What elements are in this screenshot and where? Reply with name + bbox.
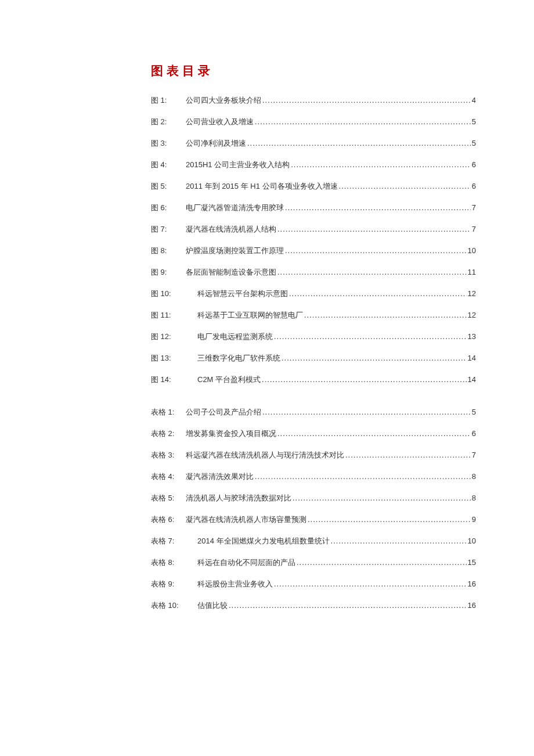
entry-label: 图 8:: [151, 246, 186, 256]
dot-leader: [289, 289, 467, 298]
toc-entry: 图 3:公司净利润及增速5: [151, 138, 476, 149]
toc-entry: 图 11:科远基于工业互联网的智慧电厂12: [151, 310, 476, 321]
dot-leader: [255, 472, 471, 481]
toc-entry: 表格 9:科远股份主营业务收入16: [151, 579, 476, 589]
toc-entry: 表格 5:清洗机器人与胶球清洗数据对比8: [151, 493, 476, 503]
dot-leader: [293, 494, 471, 502]
entry-page: 8: [472, 472, 476, 481]
entry-label: 表格 9:: [151, 579, 186, 589]
toc-entry: 图 12:电厂发电远程监测系统13: [151, 332, 476, 342]
dot-leader: [277, 429, 471, 438]
entry-label: 图 9:: [151, 267, 186, 278]
entry-title: 2015H1 公司主营业务收入结构: [186, 160, 290, 170]
dot-leader: [247, 139, 471, 147]
entry-title: 炉膛温度场测控装置工作原理: [186, 246, 284, 256]
entry-title: 增发募集资金投入项目概况: [186, 429, 276, 439]
entry-label: 表格 7:: [151, 536, 186, 546]
dot-leader: [285, 246, 467, 255]
entry-label: 表格 3:: [151, 450, 186, 460]
section-gap: [151, 396, 476, 407]
entry-page: 14: [468, 354, 476, 362]
toc-entry: 图 4:2015H1 公司主营业务收入结构6: [151, 160, 476, 170]
entry-title: 科远凝汽器在线清洗机器人与现行清洗技术对比: [186, 450, 344, 460]
entry-page: 10: [468, 246, 476, 255]
tables-list: 表格 1:公司子公司及产品介绍5表格 2:增发募集资金投入项目概况6表格 3:科…: [151, 407, 476, 611]
entry-label: 图 13:: [151, 353, 186, 363]
entry-label: 表格 6:: [151, 514, 186, 525]
entry-title: 电厂发电远程监测系统: [186, 332, 273, 342]
dot-leader: [291, 160, 471, 169]
toc-entry: 表格 1:公司子公司及产品介绍5: [151, 407, 476, 417]
entry-title: C2M 平台盈利模式: [186, 375, 261, 385]
entry-label: 图 2:: [151, 117, 186, 127]
dot-leader: [274, 332, 467, 341]
entry-title: 三维数字化电厂软件系统: [186, 353, 280, 363]
entry-label: 表格 1:: [151, 407, 186, 417]
dot-leader: [282, 354, 467, 362]
dot-leader: [262, 96, 471, 105]
entry-title: 公司子公司及产品介绍: [186, 407, 261, 417]
toc-entry: 图 13:三维数字化电厂软件系统14: [151, 353, 476, 363]
dot-leader: [255, 117, 471, 126]
entry-page: 16: [468, 601, 476, 610]
toc-entry: 表格 7:2014 年全国燃煤火力发电机组数量统计10: [151, 536, 476, 546]
toc-entry: 表格 3:科远凝汽器在线清洗机器人与现行清洗技术对比7: [151, 450, 476, 460]
dot-leader: [229, 601, 467, 610]
entry-label: 图 14:: [151, 375, 186, 385]
dot-leader: [308, 515, 471, 524]
entry-page: 4: [472, 96, 476, 105]
toc-entry: 图 5:2011 年到 2015 年 H1 公司各项业务收入增速6: [151, 181, 476, 192]
dot-leader: [304, 311, 467, 319]
entry-title: 科远股份主营业务收入: [186, 579, 273, 589]
dot-leader: [345, 451, 471, 459]
entry-label: 表格 5:: [151, 493, 186, 503]
entry-label: 图 4:: [151, 160, 186, 170]
entry-title: 科远在自动化不同层面的产品: [186, 557, 295, 568]
entry-label: 图 3:: [151, 138, 186, 149]
entry-page: 7: [472, 225, 476, 233]
entry-label: 图 7:: [151, 224, 186, 235]
entry-label: 图 11:: [151, 310, 186, 321]
entry-label: 表格 8:: [151, 557, 186, 568]
entry-page: 10: [468, 537, 476, 545]
figures-list: 图 1:公司四大业务板块介绍4图 2:公司营业收入及增速5图 3:公司净利润及增…: [151, 95, 476, 385]
entry-label: 表格 10:: [151, 600, 186, 611]
entry-page: 6: [472, 429, 476, 438]
entry-label: 图 12:: [151, 332, 186, 342]
entry-page: 5: [472, 408, 476, 416]
entry-title: 2014 年全国燃煤火力发电机组数量统计: [186, 536, 330, 546]
entry-page: 6: [472, 182, 476, 190]
entry-page: 11: [468, 268, 476, 276]
toc-entry: 图 9:各层面智能制造设备示意图11: [151, 267, 476, 278]
toc-entry: 表格 6:凝汽器在线清洗机器人市场容量预测9: [151, 514, 476, 525]
dot-leader: [262, 375, 466, 384]
dot-leader: [277, 268, 467, 276]
entry-title: 凝汽器在线清洗机器人市场容量预测: [186, 514, 306, 525]
entry-page: 15: [468, 558, 476, 567]
entry-page: 13: [468, 332, 476, 341]
entry-title: 电厂凝汽器管道清洗专用胶球: [186, 203, 284, 213]
dot-leader: [297, 558, 467, 567]
dot-leader: [339, 182, 471, 190]
toc-entry: 表格 4:凝汽器清洗效果对比8: [151, 471, 476, 482]
entry-title: 各层面智能制造设备示意图: [186, 267, 276, 278]
entry-page: 16: [468, 579, 476, 588]
entry-page: 12: [468, 289, 476, 298]
toc-entry: 表格 8:科远在自动化不同层面的产品15: [151, 557, 476, 568]
dot-leader: [277, 225, 471, 233]
toc-entry: 图 14:C2M 平台盈利模式14: [151, 375, 476, 385]
entry-page: 8: [472, 494, 476, 502]
entry-label: 图 1:: [151, 95, 186, 106]
toc-title: 图表目录: [151, 63, 476, 79]
entry-page: 9: [472, 515, 476, 524]
entry-title: 估值比较: [186, 600, 228, 611]
entry-title: 公司净利润及增速: [186, 138, 246, 149]
entry-label: 图 5:: [151, 181, 186, 192]
entry-title: 公司营业收入及增速: [186, 117, 254, 127]
toc-entry: 图 1:公司四大业务板块介绍4: [151, 95, 476, 106]
entry-label: 表格 2:: [151, 429, 186, 439]
entry-title: 科远基于工业互联网的智慧电厂: [186, 310, 303, 321]
entry-label: 图 10:: [151, 289, 186, 299]
entry-title: 清洗机器人与胶球清洗数据对比: [186, 493, 291, 503]
entry-title: 凝汽器在线清洗机器人结构: [186, 224, 276, 235]
